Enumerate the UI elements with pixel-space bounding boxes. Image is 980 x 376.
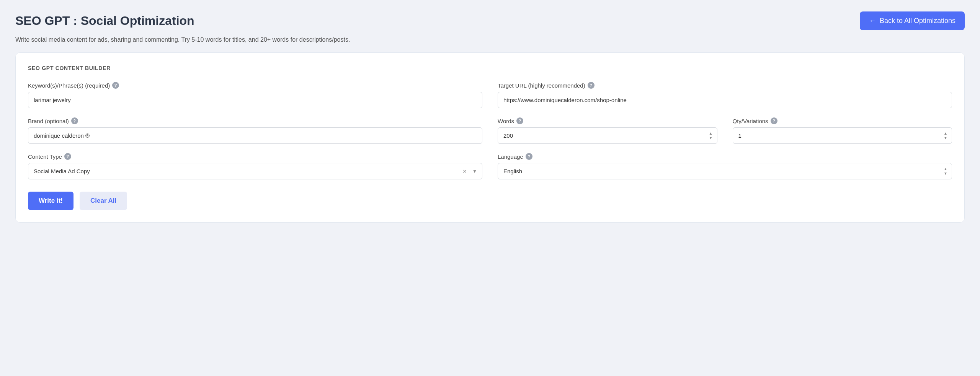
words-label: Words ? [498,117,717,124]
content-type-group: Content Type ? ✕ ▼ [28,153,482,179]
page-description: Write social media content for ads, shar… [15,36,965,43]
back-button[interactable]: ← Back to All Optimizations [860,11,965,30]
content-type-wrapper: ✕ ▼ [28,163,482,179]
keyword-input[interactable] [28,92,482,108]
qty-label: Qty/Variations ? [733,117,952,124]
content-type-help-icon[interactable]: ? [64,153,71,160]
clear-button[interactable]: Clear All [80,192,127,210]
write-button[interactable]: Write it! [28,192,74,210]
language-group: Language ? English Spanish French German… [498,153,952,179]
qty-select[interactable]: 1 2 3 4 5 [733,127,952,144]
content-type-label: Content Type ? [28,153,482,160]
qty-group: Qty/Variations ? 1 2 3 4 5 ▲ ▼ [733,117,952,144]
language-label: Language ? [498,153,952,160]
brand-input[interactable] [28,127,482,144]
card-section-title: SEO GPT CONTENT BUILDER [28,65,952,71]
target-url-input[interactable] [498,92,952,108]
form-row-2: Brand (optional) ? Words ? 50 100 150 20… [28,117,952,144]
words-qty-row: Words ? 50 100 150 200 250 300 ▲ ▼ [498,117,952,144]
back-button-label: Back to All Optimizations [880,17,956,25]
keyword-help-icon[interactable]: ? [112,82,119,89]
brand-label: Brand (optional) ? [28,117,482,124]
form-row-3: Content Type ? ✕ ▼ Language ? English Sp… [28,153,952,179]
language-help-icon[interactable]: ? [526,153,532,160]
button-row: Write it! Clear All [28,192,952,210]
words-group: Words ? 50 100 150 200 250 300 ▲ ▼ [498,117,717,144]
form-row-1: Keyword(s)/Phrase(s) (required) ? Target… [28,82,952,108]
page-title: SEO GPT : Social Optimization [15,14,194,28]
keyword-label: Keyword(s)/Phrase(s) (required) ? [28,82,482,89]
content-type-input[interactable] [28,163,482,179]
qty-help-icon[interactable]: ? [771,117,777,124]
content-type-dropdown-button[interactable]: ▼ [471,167,479,176]
target-url-group: Target URL (highly recommended) ? [498,82,952,108]
keyword-group: Keyword(s)/Phrase(s) (required) ? [28,82,482,108]
qty-select-wrapper: 1 2 3 4 5 ▲ ▼ [733,127,952,144]
target-url-label: Target URL (highly recommended) ? [498,82,952,89]
words-select[interactable]: 50 100 150 200 250 300 [498,127,717,144]
words-help-icon[interactable]: ? [516,117,523,124]
language-select-wrapper: English Spanish French German Italian Po… [498,163,952,179]
back-arrow-icon: ← [869,17,876,25]
language-select[interactable]: English Spanish French German Italian Po… [498,163,952,179]
page-header: SEO GPT : Social Optimization ← Back to … [15,11,965,30]
brand-group: Brand (optional) ? [28,117,482,144]
target-url-help-icon[interactable]: ? [588,82,595,89]
brand-help-icon[interactable]: ? [71,117,78,124]
words-select-wrapper: 50 100 150 200 250 300 ▲ ▼ [498,127,717,144]
content-card: SEO GPT CONTENT BUILDER Keyword(s)/Phras… [15,52,965,223]
content-type-clear-button[interactable]: ✕ [461,167,469,176]
